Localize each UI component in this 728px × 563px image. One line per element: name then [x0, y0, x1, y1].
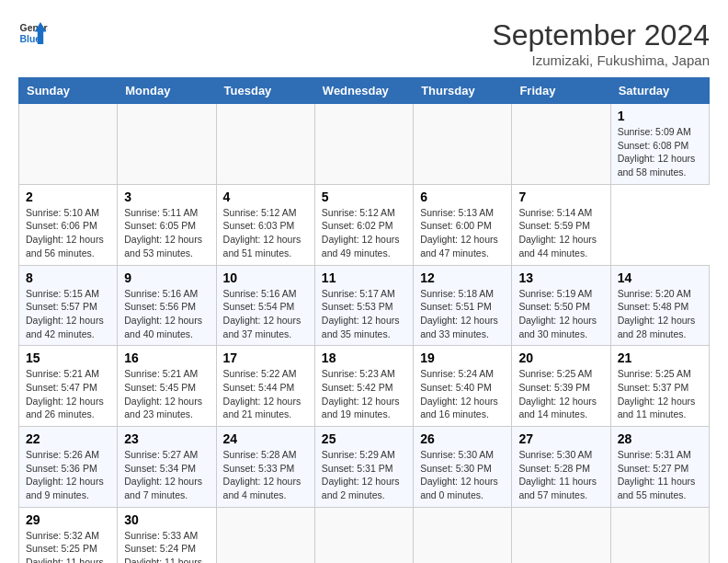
calendar-week-3: 8Sunrise: 5:15 AMSunset: 5:57 PMDaylight…: [19, 265, 710, 346]
calendar-week-5: 22Sunrise: 5:26 AMSunset: 5:36 PMDayligh…: [19, 427, 710, 508]
calendar-day-18: 18Sunrise: 5:23 AMSunset: 5:42 PMDayligh…: [314, 346, 413, 427]
day-number: 12: [420, 270, 505, 285]
day-info: Sunrise: 5:30 AMSunset: 5:30 PMDaylight:…: [420, 449, 498, 500]
empty-cell: [512, 104, 610, 185]
day-number: 23: [124, 431, 209, 446]
day-number: 10: [223, 270, 308, 285]
calendar-day-22: 22Sunrise: 5:26 AMSunset: 5:36 PMDayligh…: [19, 427, 118, 508]
calendar-day-30: 30Sunrise: 5:33 AMSunset: 5:24 PMDayligh…: [118, 507, 216, 563]
calendar-week-4: 15Sunrise: 5:21 AMSunset: 5:47 PMDayligh…: [19, 346, 710, 427]
day-number: 16: [124, 350, 209, 365]
calendar-day-7: 7Sunrise: 5:14 AMSunset: 5:59 PMDaylight…: [512, 184, 610, 265]
empty-cell: [512, 507, 610, 563]
day-number: 13: [518, 270, 603, 285]
day-info: Sunrise: 5:32 AMSunset: 5:25 PMDaylight:…: [26, 530, 104, 563]
calendar-day-26: 26Sunrise: 5:30 AMSunset: 5:30 PMDayligh…: [414, 427, 512, 508]
empty-cell: [414, 507, 512, 563]
logo: General Blue: [18, 18, 48, 48]
calendar-day-5: 5Sunrise: 5:12 AMSunset: 6:02 PMDaylight…: [314, 184, 413, 265]
day-info: Sunrise: 5:28 AMSunset: 5:33 PMDaylight:…: [223, 449, 301, 500]
day-info: Sunrise: 5:27 AMSunset: 5:34 PMDaylight:…: [124, 449, 202, 500]
calendar-day-1: 1Sunrise: 5:09 AMSunset: 6:08 PMDaylight…: [610, 104, 709, 185]
day-number: 7: [518, 190, 603, 204]
empty-cell: [314, 507, 413, 563]
calendar-day-27: 27Sunrise: 5:30 AMSunset: 5:28 PMDayligh…: [512, 427, 610, 508]
header-monday: Monday: [118, 78, 216, 104]
calendar-day-16: 16Sunrise: 5:21 AMSunset: 5:45 PMDayligh…: [118, 346, 216, 427]
day-info: Sunrise: 5:12 AMSunset: 6:02 PMDaylight:…: [322, 207, 400, 259]
day-number: 19: [420, 350, 505, 365]
calendar-table: SundayMondayTuesdayWednesdayThursdayFrid…: [18, 77, 710, 563]
empty-cell: [610, 507, 709, 563]
calendar-day-29: 29Sunrise: 5:32 AMSunset: 5:25 PMDayligh…: [19, 507, 118, 563]
calendar-week-1: 1Sunrise: 5:09 AMSunset: 6:08 PMDaylight…: [19, 104, 710, 185]
empty-cell: [216, 104, 314, 185]
day-info: Sunrise: 5:19 AMSunset: 5:50 PMDaylight:…: [518, 288, 597, 339]
calendar-day-2: 2Sunrise: 5:10 AMSunset: 6:06 PMDaylight…: [19, 184, 118, 265]
day-number: 1: [618, 109, 702, 123]
calendar-day-10: 10Sunrise: 5:16 AMSunset: 5:54 PMDayligh…: [216, 265, 314, 346]
day-info: Sunrise: 5:26 AMSunset: 5:36 PMDaylight:…: [26, 449, 104, 500]
calendar-day-3: 3Sunrise: 5:11 AMSunset: 6:05 PMDaylight…: [118, 184, 216, 265]
header-friday: Friday: [512, 78, 610, 104]
header-tuesday: Tuesday: [216, 78, 314, 104]
empty-cell: [216, 507, 314, 563]
day-info: Sunrise: 5:17 AMSunset: 5:53 PMDaylight:…: [322, 288, 400, 339]
title-area: September 2024 Izumizaki, Fukushima, Jap…: [492, 18, 710, 68]
empty-cell: [118, 104, 216, 185]
day-number: 9: [124, 270, 209, 285]
day-number: 17: [223, 350, 308, 365]
calendar-day-9: 9Sunrise: 5:16 AMSunset: 5:56 PMDaylight…: [118, 265, 216, 346]
day-info: Sunrise: 5:15 AMSunset: 5:57 PMDaylight:…: [26, 288, 104, 339]
header: General Blue September 2024 Izumizaki, F…: [18, 18, 710, 68]
calendar-day-20: 20Sunrise: 5:25 AMSunset: 5:39 PMDayligh…: [512, 346, 610, 427]
day-info: Sunrise: 5:16 AMSunset: 5:56 PMDaylight:…: [124, 288, 202, 339]
day-info: Sunrise: 5:31 AMSunset: 5:27 PMDaylight:…: [618, 449, 696, 500]
day-info: Sunrise: 5:20 AMSunset: 5:48 PMDaylight:…: [618, 288, 696, 339]
day-info: Sunrise: 5:12 AMSunset: 6:03 PMDaylight:…: [223, 207, 301, 259]
day-info: Sunrise: 5:21 AMSunset: 5:47 PMDaylight:…: [26, 368, 104, 419]
day-number: 2: [26, 190, 110, 204]
page-subtitle: Izumizaki, Fukushima, Japan: [492, 52, 710, 68]
day-number: 18: [322, 350, 406, 365]
day-info: Sunrise: 5:14 AMSunset: 5:59 PMDaylight:…: [518, 207, 597, 259]
day-info: Sunrise: 5:13 AMSunset: 6:00 PMDaylight:…: [420, 207, 498, 259]
day-info: Sunrise: 5:10 AMSunset: 6:06 PMDaylight:…: [26, 207, 104, 259]
day-info: Sunrise: 5:30 AMSunset: 5:28 PMDaylight:…: [518, 449, 597, 500]
header-thursday: Thursday: [414, 78, 512, 104]
calendar-week-2: 2Sunrise: 5:10 AMSunset: 6:06 PMDaylight…: [19, 184, 710, 265]
calendar-day-11: 11Sunrise: 5:17 AMSunset: 5:53 PMDayligh…: [314, 265, 413, 346]
empty-cell: [19, 104, 118, 185]
day-number: 4: [223, 190, 308, 204]
page-title: September 2024: [492, 18, 710, 52]
calendar-day-6: 6Sunrise: 5:13 AMSunset: 6:00 PMDaylight…: [414, 184, 512, 265]
day-info: Sunrise: 5:25 AMSunset: 5:39 PMDaylight:…: [518, 368, 597, 419]
day-number: 5: [322, 190, 406, 204]
day-number: 27: [518, 431, 603, 446]
day-number: 22: [26, 431, 110, 446]
day-info: Sunrise: 5:11 AMSunset: 6:05 PMDaylight:…: [124, 207, 202, 259]
calendar-day-28: 28Sunrise: 5:31 AMSunset: 5:27 PMDayligh…: [610, 427, 709, 508]
header-saturday: Saturday: [610, 78, 709, 104]
calendar-week-6: 29Sunrise: 5:32 AMSunset: 5:25 PMDayligh…: [19, 507, 710, 563]
day-number: 24: [223, 431, 308, 446]
day-info: Sunrise: 5:09 AMSunset: 6:08 PMDaylight:…: [618, 126, 696, 178]
calendar-day-8: 8Sunrise: 5:15 AMSunset: 5:57 PMDaylight…: [19, 265, 118, 346]
header-sunday: Sunday: [19, 78, 118, 104]
day-number: 14: [618, 270, 702, 285]
day-number: 6: [420, 190, 505, 204]
day-info: Sunrise: 5:29 AMSunset: 5:31 PMDaylight:…: [322, 449, 400, 500]
day-number: 30: [124, 512, 209, 527]
day-info: Sunrise: 5:18 AMSunset: 5:51 PMDaylight:…: [420, 288, 498, 339]
empty-cell: [314, 104, 413, 185]
calendar-day-12: 12Sunrise: 5:18 AMSunset: 5:51 PMDayligh…: [414, 265, 512, 346]
calendar-day-15: 15Sunrise: 5:21 AMSunset: 5:47 PMDayligh…: [19, 346, 118, 427]
day-number: 28: [618, 431, 702, 446]
day-info: Sunrise: 5:16 AMSunset: 5:54 PMDaylight:…: [223, 288, 301, 339]
day-info: Sunrise: 5:21 AMSunset: 5:45 PMDaylight:…: [124, 368, 202, 419]
calendar-day-4: 4Sunrise: 5:12 AMSunset: 6:03 PMDaylight…: [216, 184, 314, 265]
calendar-day-14: 14Sunrise: 5:20 AMSunset: 5:48 PMDayligh…: [610, 265, 709, 346]
calendar-day-21: 21Sunrise: 5:25 AMSunset: 5:37 PMDayligh…: [610, 346, 709, 427]
calendar-day-19: 19Sunrise: 5:24 AMSunset: 5:40 PMDayligh…: [414, 346, 512, 427]
empty-cell: [414, 104, 512, 185]
